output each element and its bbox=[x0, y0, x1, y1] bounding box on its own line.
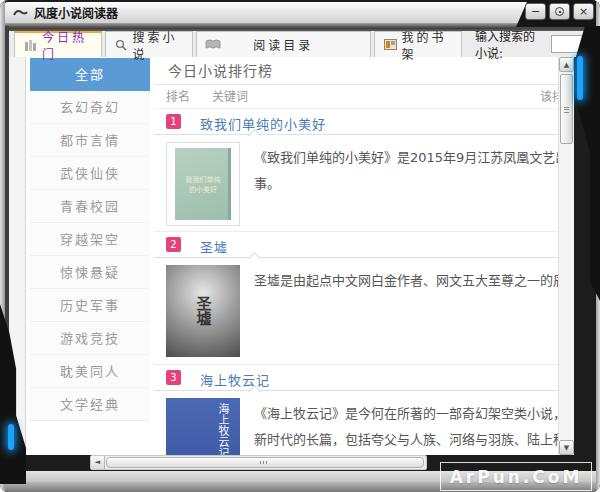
horizontal-scroll-thumb[interactable] bbox=[106, 457, 424, 468]
novel-description: 圣墟是由起点中文网白金作者、网文五大至尊之一的辰东所著的第六 bbox=[254, 258, 558, 294]
window-title: 风度小说阅读器 bbox=[34, 4, 118, 21]
open-book-icon bbox=[205, 39, 221, 50]
col-keyword: 关键词 bbox=[212, 85, 248, 109]
col-extra: 该排 bbox=[540, 85, 558, 109]
sidebar-item-wuxia[interactable]: 武侠仙侠 bbox=[30, 157, 150, 190]
novel-description: 《致我们单纯的小美好》是2015年9月江苏凤凰文艺出版社出版的 事。 bbox=[254, 135, 558, 197]
novel-detail: 圣墟 圣墟是由起点中文网白金作者、网文五大至尊之一的辰东所著的第六 bbox=[154, 258, 558, 365]
book-cover: 海上牧云记 bbox=[166, 398, 240, 455]
sidebar-item-qingchun[interactable]: 青春校园 bbox=[30, 190, 150, 223]
sidebar-item-youxi[interactable]: 游戏竞技 bbox=[30, 322, 150, 355]
tab-label: 我的书架 bbox=[402, 28, 452, 62]
col-rank: 排名 bbox=[166, 85, 190, 109]
book-cover: 圣墟 bbox=[166, 265, 240, 357]
close-button[interactable]: × bbox=[573, 3, 594, 20]
sidebar-item-chuanyue[interactable]: 穿越架空 bbox=[30, 223, 150, 256]
minimize-button[interactable]: − bbox=[525, 3, 546, 20]
novel-link[interactable]: 圣墟 bbox=[200, 237, 228, 256]
book-cover: 致我们单纯的小美好 bbox=[166, 142, 240, 226]
cover-title-text: 致我们单纯的小美好 bbox=[183, 174, 223, 194]
tab-my-bookshelf[interactable]: 我的书架 bbox=[374, 31, 462, 57]
sidebar-item-danmei[interactable]: 耽美同人 bbox=[30, 355, 150, 388]
scroll-up-button[interactable]: ▲ bbox=[559, 57, 574, 72]
app-logo-icon bbox=[13, 3, 28, 22]
sidebar-item-jingsong[interactable]: 惊悚悬疑 bbox=[30, 256, 150, 289]
table-header: 排名 关键词 该排 bbox=[154, 85, 558, 109]
table-row: 3 海上牧云记 bbox=[154, 365, 558, 391]
ranking-title: 今日小说排行榜 bbox=[154, 57, 558, 85]
tab-label: 今日热门 bbox=[42, 28, 92, 62]
vertical-scrollbar[interactable]: ▲ ▼ bbox=[558, 57, 574, 455]
rank-badge: 3 bbox=[166, 370, 181, 385]
table-row: 2 圣墟 bbox=[154, 232, 558, 258]
app-window: 风度小说阅读器 − × 今日热门 搜索小说 阅读目录 bbox=[0, 0, 600, 492]
cover-title-text: 海上牧云记 bbox=[214, 403, 230, 455]
tab-label: 搜索小说 bbox=[132, 28, 183, 62]
vertical-scroll-thumb[interactable] bbox=[560, 74, 573, 144]
toolbar: 今日热门 搜索小说 阅读目录 我的书架 输入搜索的小说: bbox=[6, 31, 597, 57]
thumb-grip-icon bbox=[260, 461, 267, 464]
circle-arrow-icon bbox=[555, 7, 564, 16]
main-panel: 全部 玄幻奇幻 都市言情 武侠仙侠 青春校园 穿越架空 惊悚悬疑 历史军事 游戏… bbox=[26, 57, 574, 455]
cover-title-text: 圣墟 bbox=[193, 296, 214, 326]
tab-search-novel[interactable]: 搜索小说 bbox=[105, 31, 193, 57]
novel-link[interactable]: 致我们单纯的小美好 bbox=[200, 114, 326, 133]
left-frame-glow bbox=[8, 424, 14, 450]
novel-detail: 致我们单纯的小美好 《致我们单纯的小美好》是2015年9月江苏凤凰文艺出版社出版… bbox=[154, 135, 558, 232]
rank-badge: 2 bbox=[166, 237, 181, 252]
title-bar: 风度小说阅读器 bbox=[3, 2, 597, 24]
tab-reading-catalog[interactable]: 阅读目录 bbox=[196, 31, 370, 57]
ranking-books-icon bbox=[24, 39, 37, 51]
tab-today-hot[interactable]: 今日热门 bbox=[14, 31, 102, 57]
scroll-left-button[interactable]: ◄ bbox=[91, 456, 105, 469]
ranking-content: 今日小说排行榜 排名 关键词 该排 1 致我们单纯的小美好 致我们单纯的小美好 … bbox=[154, 57, 558, 455]
right-frame-glow bbox=[577, 56, 583, 100]
novel-description: 《海上牧云记》是今何在所著的一部奇幻架空类小说，于2006年12月 新时代的长篇… bbox=[254, 391, 558, 453]
titlebar-ridge bbox=[3, 24, 597, 31]
watermark: ArPun.CoM bbox=[440, 462, 592, 491]
search-label: 输入搜索的小说: bbox=[475, 27, 546, 61]
app-menu-button[interactable] bbox=[549, 3, 570, 20]
table-row: 1 致我们单纯的小美好 bbox=[154, 109, 558, 135]
novel-detail: 海上牧云记 《海上牧云记》是今何在所著的一部奇幻架空类小说，于2006年12月 … bbox=[154, 391, 558, 455]
thumb-grip-icon bbox=[564, 105, 569, 114]
tab-label: 阅读目录 bbox=[253, 36, 313, 53]
sidebar-item-all[interactable]: 全部 bbox=[30, 58, 150, 91]
window-controls: − × bbox=[525, 3, 594, 20]
search-icon bbox=[115, 39, 127, 51]
novel-link[interactable]: 海上牧云记 bbox=[200, 370, 270, 389]
scroll-down-button[interactable]: ▼ bbox=[559, 440, 574, 455]
category-sidebar: 全部 玄幻奇幻 都市言情 武侠仙侠 青春校园 穿越架空 惊悚悬疑 历史军事 游戏… bbox=[30, 58, 150, 421]
rank-badge: 1 bbox=[166, 114, 181, 129]
horizontal-scrollbar[interactable]: ◄ bbox=[90, 455, 427, 470]
bookshelf-icon bbox=[384, 39, 397, 50]
sidebar-item-lishi[interactable]: 历史军事 bbox=[30, 289, 150, 322]
sidebar-item-xuanhuan[interactable]: 玄幻奇幻 bbox=[30, 91, 150, 124]
sidebar-item-dushi[interactable]: 都市言情 bbox=[30, 124, 150, 157]
sidebar-item-wenxue[interactable]: 文学经典 bbox=[30, 388, 150, 421]
